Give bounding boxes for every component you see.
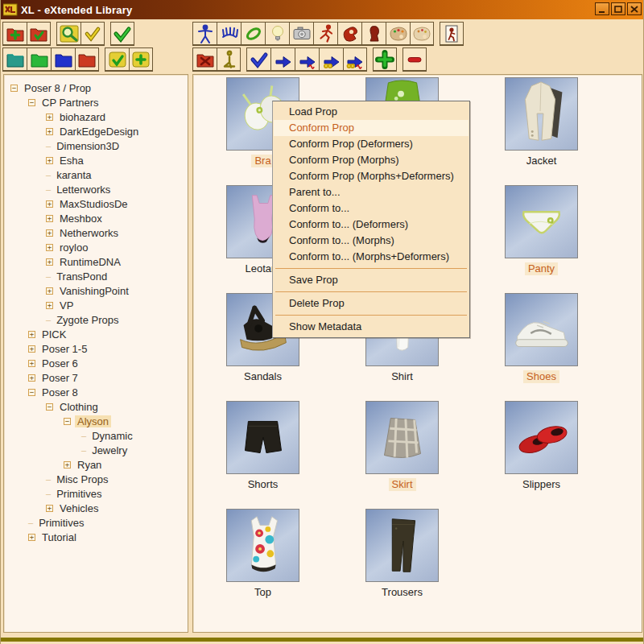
tree-item-label[interactable]: Ryan [75, 459, 104, 471]
tree-item-label[interactable]: Meshbox [57, 213, 105, 225]
shoes-thumbnail[interactable] [505, 293, 578, 366]
materials-category-button[interactable] [386, 22, 410, 45]
tree-item-ryan[interactable]: +Ryan [4, 457, 188, 472]
tree-item-label[interactable]: Letterworks [54, 184, 113, 196]
delete-folder-button[interactable] [192, 47, 217, 71]
remove-button[interactable] [402, 47, 427, 71]
tree-item-label[interactable]: TransPond [54, 270, 109, 283]
tree-item-alyson[interactable]: −Alyson [4, 414, 188, 428]
menu-item-load-prop[interactable]: Load Prop [274, 104, 469, 120]
expand-icon[interactable]: + [46, 215, 53, 222]
collapse-icon[interactable]: − [28, 99, 35, 106]
tree-item-label[interactable]: Zygote Props [54, 314, 121, 326]
collapse-icon[interactable]: − [10, 85, 18, 92]
panty-thumbnail[interactable] [505, 185, 578, 258]
expand-icon[interactable]: + [28, 534, 35, 541]
tree-item-pick[interactable]: +PICK [4, 327, 188, 341]
grid-item-label[interactable]: Shirt [388, 370, 416, 383]
expand-icon[interactable]: + [46, 505, 53, 512]
tree-item-label[interactable]: royloo [57, 242, 90, 254]
collapse-icon[interactable]: − [46, 403, 53, 411]
grid-item-label[interactable]: Top [251, 586, 275, 599]
materials-alt-category-button[interactable] [410, 22, 434, 45]
menu-item-save-prop[interactable]: Save Prop [274, 272, 469, 288]
expand-icon[interactable]: + [46, 287, 53, 295]
tree-item-label[interactable]: CP Partners [39, 97, 101, 109]
grid-item-label[interactable]: Panty [525, 262, 558, 275]
tree-item-zygote-props[interactable]: –Zygote Props [4, 312, 188, 327]
tree-item-label[interactable]: Misc Props [54, 473, 110, 485]
load-item-button[interactable] [270, 47, 295, 71]
top-thumbnail[interactable] [226, 509, 299, 582]
item-info-button[interactable] [217, 47, 241, 71]
grid-item-label[interactable]: Sandals [241, 370, 285, 383]
grid-item-label[interactable]: Jacket [523, 155, 560, 167]
expand-icon[interactable]: + [46, 114, 53, 121]
menu-item-conform-prop-morphs-deformers[interactable]: Conform Prop (Morphs+Deformers) [274, 168, 469, 184]
skirt-thumbnail[interactable] [365, 401, 439, 474]
tree-item-transpond[interactable]: –TransPond [4, 269, 188, 283]
tree-item-tutorial[interactable]: +Tutorial [4, 530, 188, 544]
tree-item-label[interactable]: PICK [39, 328, 68, 341]
grid-item-label[interactable]: Skirt [389, 478, 416, 491]
scene-exit-button[interactable] [440, 22, 464, 45]
select-confirm-button[interactable] [246, 47, 270, 71]
expand-icon[interactable]: + [28, 331, 35, 338]
slippers-thumbnail[interactable] [505, 401, 578, 474]
shorts-thumbnail[interactable] [226, 401, 299, 474]
tree-item-label[interactable]: Vehicles [57, 502, 101, 514]
expand-icon[interactable]: + [46, 200, 53, 208]
poses-category-button[interactable] [313, 22, 337, 45]
apply-green-check-button[interactable] [110, 22, 134, 45]
lights-category-button[interactable] [265, 22, 289, 45]
tree-item-maxstudiosde[interactable]: +MaxStudiosDe [4, 196, 188, 211]
expand-icon[interactable]: + [46, 244, 53, 251]
confirm-library-folder-button[interactable] [27, 22, 51, 45]
folder-red-view-button[interactable] [75, 47, 99, 71]
cameras-category-button[interactable] [289, 22, 313, 45]
tree-item-label[interactable]: Poser 7 [39, 372, 80, 384]
tree-item-clothing[interactable]: −Clothing [4, 399, 188, 414]
tree-item-biohazard[interactable]: +biohazard [4, 109, 188, 124]
tree-item-label[interactable]: VP [57, 299, 76, 312]
tree-item-label[interactable]: karanta [54, 169, 93, 181]
add-new-button[interactable] [373, 47, 397, 71]
jacket-thumbnail[interactable] [505, 77, 578, 151]
apply-yellow-check-button[interactable] [80, 22, 105, 45]
grid-item-label[interactable]: Shorts [245, 478, 282, 491]
expand-icon[interactable]: + [28, 374, 35, 382]
tree-item-label[interactable]: biohazard [57, 111, 108, 123]
search-button[interactable] [56, 22, 80, 45]
tree-item-primitives[interactable]: –Primitives [4, 486, 188, 501]
tree-item-label[interactable]: Dimension3D [54, 140, 122, 152]
tree-item-label[interactable]: VanishingPoint [57, 285, 131, 297]
maximize-button[interactable] [611, 2, 625, 15]
load-deformers-button[interactable] [295, 47, 319, 71]
trousers-thumbnail[interactable] [365, 509, 439, 582]
add-library-folder-button[interactable] [2, 22, 27, 45]
tree-item-misc-props[interactable]: –Misc Props [4, 472, 188, 486]
expand-icon[interactable]: + [46, 302, 53, 309]
tree-item-label[interactable]: Primitives [54, 488, 104, 500]
tree-item-label[interactable]: DarkEdgeDesign [57, 126, 141, 138]
close-button[interactable] [627, 2, 642, 15]
menu-item-show-metadata[interactable]: Show Metadata [274, 319, 469, 335]
load-morphs-button[interactable] [319, 47, 343, 71]
faces-category-button[interactable] [361, 22, 386, 45]
tree-item-poser-8[interactable]: −Poser 8 [4, 385, 188, 399]
tree-item-label[interactable]: Poser 1-5 [39, 343, 89, 355]
menu-item-conform-prop-deformers[interactable]: Conform Prop (Deformers) [274, 136, 469, 152]
tree-item-jewelry[interactable]: –Jewelry [4, 443, 188, 457]
menu-item-conform-prop-morphs[interactable]: Conform Prop (Morphs) [274, 152, 469, 168]
expand-icon[interactable]: + [28, 345, 35, 353]
tree-item-label[interactable]: Dynamic [89, 430, 135, 442]
collapse-icon[interactable]: − [28, 389, 35, 396]
tree-item-vp[interactable]: +VP [4, 298, 188, 312]
tree-item-dimension3d[interactable]: –Dimension3D [4, 138, 188, 153]
expand-icon[interactable]: + [28, 360, 35, 367]
tree-item-label[interactable]: Jewelry [89, 444, 130, 456]
tree-item-label[interactable]: Netherworks [57, 227, 121, 239]
tree-item-label[interactable]: Poser 8 / Prop [22, 82, 93, 94]
figures-category-button[interactable] [192, 22, 217, 45]
hair-category-button[interactable] [217, 22, 241, 45]
